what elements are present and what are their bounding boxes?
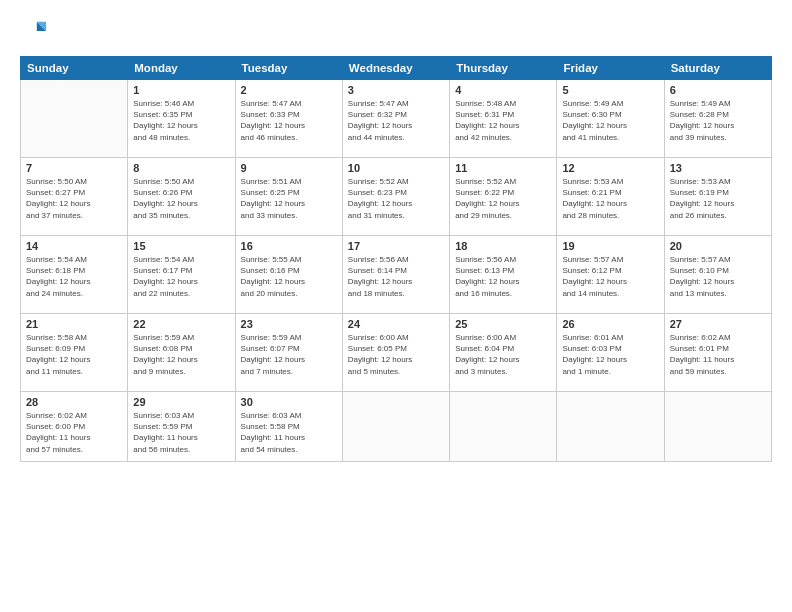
page: SundayMondayTuesdayWednesdayThursdayFrid… (0, 0, 792, 612)
day-number: 7 (26, 162, 122, 174)
day-number: 3 (348, 84, 444, 96)
day-number: 25 (455, 318, 551, 330)
calendar-cell: 10Sunrise: 5:52 AM Sunset: 6:23 PM Dayli… (342, 158, 449, 236)
day-info: Sunrise: 5:50 AM Sunset: 6:27 PM Dayligh… (26, 176, 122, 221)
day-info: Sunrise: 5:55 AM Sunset: 6:16 PM Dayligh… (241, 254, 337, 299)
logo-icon (20, 18, 48, 46)
day-info: Sunrise: 5:47 AM Sunset: 6:33 PM Dayligh… (241, 98, 337, 143)
calendar-cell: 9Sunrise: 5:51 AM Sunset: 6:25 PM Daylig… (235, 158, 342, 236)
calendar-cell: 6Sunrise: 5:49 AM Sunset: 6:28 PM Daylig… (664, 80, 771, 158)
day-number: 12 (562, 162, 658, 174)
day-info: Sunrise: 5:47 AM Sunset: 6:32 PM Dayligh… (348, 98, 444, 143)
calendar-cell (342, 392, 449, 462)
day-info: Sunrise: 6:03 AM Sunset: 5:59 PM Dayligh… (133, 410, 229, 455)
day-info: Sunrise: 5:53 AM Sunset: 6:19 PM Dayligh… (670, 176, 766, 221)
week-row-2: 7Sunrise: 5:50 AM Sunset: 6:27 PM Daylig… (21, 158, 772, 236)
day-info: Sunrise: 5:59 AM Sunset: 6:07 PM Dayligh… (241, 332, 337, 377)
calendar-cell: 26Sunrise: 6:01 AM Sunset: 6:03 PM Dayli… (557, 314, 664, 392)
calendar-cell: 20Sunrise: 5:57 AM Sunset: 6:10 PM Dayli… (664, 236, 771, 314)
week-row-3: 14Sunrise: 5:54 AM Sunset: 6:18 PM Dayli… (21, 236, 772, 314)
day-info: Sunrise: 5:52 AM Sunset: 6:22 PM Dayligh… (455, 176, 551, 221)
calendar-cell: 2Sunrise: 5:47 AM Sunset: 6:33 PM Daylig… (235, 80, 342, 158)
calendar-cell: 22Sunrise: 5:59 AM Sunset: 6:08 PM Dayli… (128, 314, 235, 392)
day-number: 20 (670, 240, 766, 252)
weekday-header-row: SundayMondayTuesdayWednesdayThursdayFrid… (21, 57, 772, 80)
logo (20, 18, 52, 46)
calendar-cell: 12Sunrise: 5:53 AM Sunset: 6:21 PM Dayli… (557, 158, 664, 236)
calendar-cell: 19Sunrise: 5:57 AM Sunset: 6:12 PM Dayli… (557, 236, 664, 314)
day-number: 23 (241, 318, 337, 330)
day-number: 13 (670, 162, 766, 174)
day-number: 19 (562, 240, 658, 252)
day-info: Sunrise: 6:02 AM Sunset: 6:01 PM Dayligh… (670, 332, 766, 377)
day-info: Sunrise: 5:54 AM Sunset: 6:17 PM Dayligh… (133, 254, 229, 299)
calendar-cell: 18Sunrise: 5:56 AM Sunset: 6:13 PM Dayli… (450, 236, 557, 314)
day-number: 6 (670, 84, 766, 96)
day-number: 2 (241, 84, 337, 96)
day-info: Sunrise: 5:52 AM Sunset: 6:23 PM Dayligh… (348, 176, 444, 221)
day-info: Sunrise: 5:49 AM Sunset: 6:28 PM Dayligh… (670, 98, 766, 143)
day-number: 27 (670, 318, 766, 330)
calendar-cell: 30Sunrise: 6:03 AM Sunset: 5:58 PM Dayli… (235, 392, 342, 462)
calendar-cell: 16Sunrise: 5:55 AM Sunset: 6:16 PM Dayli… (235, 236, 342, 314)
day-info: Sunrise: 6:01 AM Sunset: 6:03 PM Dayligh… (562, 332, 658, 377)
weekday-header-friday: Friday (557, 57, 664, 80)
calendar-cell: 4Sunrise: 5:48 AM Sunset: 6:31 PM Daylig… (450, 80, 557, 158)
day-number: 5 (562, 84, 658, 96)
weekday-header-tuesday: Tuesday (235, 57, 342, 80)
day-number: 17 (348, 240, 444, 252)
week-row-5: 28Sunrise: 6:02 AM Sunset: 6:00 PM Dayli… (21, 392, 772, 462)
day-number: 30 (241, 396, 337, 408)
day-number: 9 (241, 162, 337, 174)
calendar-cell: 11Sunrise: 5:52 AM Sunset: 6:22 PM Dayli… (450, 158, 557, 236)
calendar-cell: 5Sunrise: 5:49 AM Sunset: 6:30 PM Daylig… (557, 80, 664, 158)
calendar-table: SundayMondayTuesdayWednesdayThursdayFrid… (20, 56, 772, 462)
calendar-cell: 21Sunrise: 5:58 AM Sunset: 6:09 PM Dayli… (21, 314, 128, 392)
calendar-cell (450, 392, 557, 462)
day-number: 28 (26, 396, 122, 408)
calendar-cell: 25Sunrise: 6:00 AM Sunset: 6:04 PM Dayli… (450, 314, 557, 392)
calendar-cell (664, 392, 771, 462)
calendar-cell: 29Sunrise: 6:03 AM Sunset: 5:59 PM Dayli… (128, 392, 235, 462)
day-info: Sunrise: 5:46 AM Sunset: 6:35 PM Dayligh… (133, 98, 229, 143)
calendar-cell: 8Sunrise: 5:50 AM Sunset: 6:26 PM Daylig… (128, 158, 235, 236)
day-info: Sunrise: 5:50 AM Sunset: 6:26 PM Dayligh… (133, 176, 229, 221)
day-info: Sunrise: 5:58 AM Sunset: 6:09 PM Dayligh… (26, 332, 122, 377)
day-number: 16 (241, 240, 337, 252)
day-number: 1 (133, 84, 229, 96)
day-info: Sunrise: 5:57 AM Sunset: 6:10 PM Dayligh… (670, 254, 766, 299)
calendar-cell: 28Sunrise: 6:02 AM Sunset: 6:00 PM Dayli… (21, 392, 128, 462)
calendar-cell: 3Sunrise: 5:47 AM Sunset: 6:32 PM Daylig… (342, 80, 449, 158)
day-number: 21 (26, 318, 122, 330)
day-info: Sunrise: 5:49 AM Sunset: 6:30 PM Dayligh… (562, 98, 658, 143)
weekday-header-thursday: Thursday (450, 57, 557, 80)
day-info: Sunrise: 5:56 AM Sunset: 6:14 PM Dayligh… (348, 254, 444, 299)
calendar-cell: 23Sunrise: 5:59 AM Sunset: 6:07 PM Dayli… (235, 314, 342, 392)
day-info: Sunrise: 6:03 AM Sunset: 5:58 PM Dayligh… (241, 410, 337, 455)
weekday-header-wednesday: Wednesday (342, 57, 449, 80)
day-info: Sunrise: 5:54 AM Sunset: 6:18 PM Dayligh… (26, 254, 122, 299)
calendar-cell: 13Sunrise: 5:53 AM Sunset: 6:19 PM Dayli… (664, 158, 771, 236)
calendar-cell: 24Sunrise: 6:00 AM Sunset: 6:05 PM Dayli… (342, 314, 449, 392)
calendar-cell: 17Sunrise: 5:56 AM Sunset: 6:14 PM Dayli… (342, 236, 449, 314)
day-number: 24 (348, 318, 444, 330)
day-info: Sunrise: 5:59 AM Sunset: 6:08 PM Dayligh… (133, 332, 229, 377)
day-info: Sunrise: 5:53 AM Sunset: 6:21 PM Dayligh… (562, 176, 658, 221)
day-number: 22 (133, 318, 229, 330)
day-number: 15 (133, 240, 229, 252)
day-number: 10 (348, 162, 444, 174)
day-number: 26 (562, 318, 658, 330)
day-info: Sunrise: 5:51 AM Sunset: 6:25 PM Dayligh… (241, 176, 337, 221)
weekday-header-saturday: Saturday (664, 57, 771, 80)
day-number: 11 (455, 162, 551, 174)
calendar-cell: 1Sunrise: 5:46 AM Sunset: 6:35 PM Daylig… (128, 80, 235, 158)
day-number: 8 (133, 162, 229, 174)
header (20, 18, 772, 46)
calendar-cell (21, 80, 128, 158)
calendar-cell (557, 392, 664, 462)
day-info: Sunrise: 5:57 AM Sunset: 6:12 PM Dayligh… (562, 254, 658, 299)
calendar-cell: 7Sunrise: 5:50 AM Sunset: 6:27 PM Daylig… (21, 158, 128, 236)
day-info: Sunrise: 5:48 AM Sunset: 6:31 PM Dayligh… (455, 98, 551, 143)
weekday-header-monday: Monday (128, 57, 235, 80)
week-row-4: 21Sunrise: 5:58 AM Sunset: 6:09 PM Dayli… (21, 314, 772, 392)
